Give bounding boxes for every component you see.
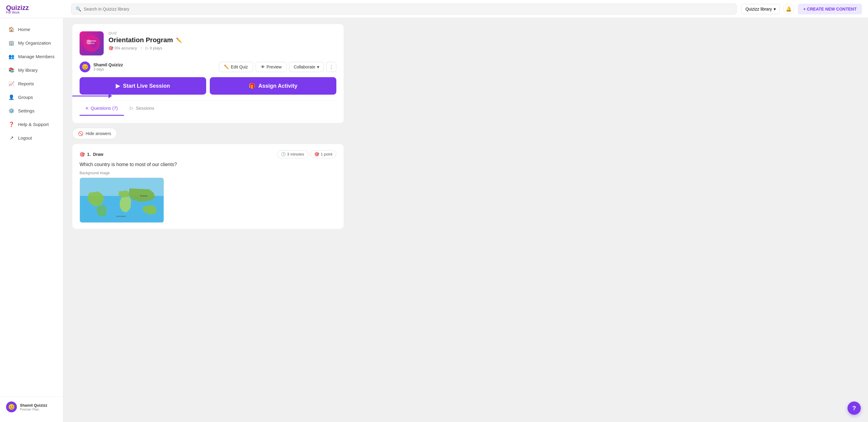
search-input[interactable] xyxy=(84,7,732,11)
action-buttons: ✏️ Edit Quiz 👁 Preview Collaborate ▾ xyxy=(219,62,336,72)
user-avatar: 😊 xyxy=(6,401,17,412)
groups-icon: 👤 xyxy=(8,94,14,100)
author-avatar: 😊 xyxy=(80,61,90,72)
question-type: 🎯 1. Draw xyxy=(80,152,103,157)
svg-rect-4 xyxy=(87,43,95,44)
collaborate-button[interactable]: Collaborate ▾ xyxy=(289,62,324,72)
author-info: 😊 Shamil Quizizz 3 days xyxy=(80,61,123,72)
sidebar-item-groups[interactable]: 👤 Groups xyxy=(2,91,61,104)
tabs-row: ≡ Questions (7) ▷ Sessions xyxy=(80,101,336,116)
sidebar-item-logout[interactable]: ↗ Logout xyxy=(2,131,61,144)
background-image-label: Background image xyxy=(80,171,336,175)
bell-icon: 🔔 xyxy=(786,6,792,12)
quiz-thumbnail xyxy=(80,31,104,56)
settings-icon: ⚙️ xyxy=(8,108,14,114)
question-badges: 🕐 3 minutes 🎯 1 point xyxy=(277,150,336,158)
author-time: 3 days xyxy=(93,67,123,71)
sidebar-label-my-organization: My Organization xyxy=(18,40,51,46)
edit-quiz-button[interactable]: ✏️ Edit Quiz xyxy=(219,62,253,72)
edit-title-button[interactable]: ✏️ xyxy=(176,37,182,43)
sidebar-label-reports: Reports xyxy=(18,81,34,86)
points-icon: 🎯 xyxy=(314,152,319,156)
user-info: Shamil Quizizz Premier Plan xyxy=(20,403,47,411)
sidebar-item-manage-members[interactable]: 👥 Manage Members xyxy=(2,50,61,63)
sidebar-label-my-library: My library xyxy=(18,67,38,73)
app-layout: 🏠 Home 🏢 My Organization 👥 Manage Member… xyxy=(0,18,868,422)
clock-icon: 🕐 xyxy=(281,152,286,156)
points-badge: 🎯 1 point xyxy=(310,150,336,158)
question-type-icon: 🎯 xyxy=(80,152,85,157)
help-bubble[interactable]: ? xyxy=(847,401,861,415)
question-mark-icon: ? xyxy=(852,405,856,412)
notification-bell[interactable]: 🔔 xyxy=(783,4,794,14)
sidebar-item-help[interactable]: ❓ Help & Support xyxy=(2,118,61,131)
quiz-thumbnail-inner xyxy=(80,31,104,56)
svg-rect-3 xyxy=(87,40,96,41)
sessions-tab-icon: ▷ xyxy=(130,105,133,111)
quiz-thumbnail-svg xyxy=(83,34,101,53)
author-name: Shamil Quizizz xyxy=(93,62,123,67)
sidebar-label-manage-members: Manage Members xyxy=(18,54,55,59)
start-live-session-button[interactable]: ▶ Start Live Session xyxy=(80,77,206,95)
user-name: Shamil Quizizz xyxy=(20,403,47,408)
more-icon: ⋮ xyxy=(329,64,334,70)
sidebar-item-reports[interactable]: 📈 Reports xyxy=(2,77,61,90)
sidebar-item-settings[interactable]: ⚙️ Settings xyxy=(2,104,61,117)
sidebar-item-my-organization[interactable]: 🏢 My Organization xyxy=(2,36,61,50)
quiz-title-row: Orientation Program ✏️ xyxy=(108,36,336,44)
accuracy-icon: 🎯 xyxy=(108,46,113,50)
sidebar-label-groups: Groups xyxy=(18,95,33,100)
question-header: 🎯 1. Draw 🕐 3 minutes 🎯 1 point xyxy=(80,150,336,158)
user-avatar-emoji: 😊 xyxy=(8,403,15,410)
sidebar-label-settings: Settings xyxy=(18,108,34,113)
arrow-head xyxy=(108,93,112,98)
reports-icon: 📈 xyxy=(8,81,14,87)
world-map-svg: Russia Greenland xyxy=(80,178,164,223)
question-type-label: Draw xyxy=(93,152,103,157)
header: Quizizz For Work 🔍 Quizizz library ▾ 🔔 +… xyxy=(0,0,868,18)
chevron-down-icon: ▾ xyxy=(317,64,319,69)
author-row: 😊 Shamil Quizizz 3 days ✏️ Edit Quiz xyxy=(80,61,336,72)
preview-button[interactable]: 👁 Preview xyxy=(255,62,287,72)
quiz-accuracy: 🎯 0% accuracy xyxy=(108,46,137,50)
hide-answers-button[interactable]: 🚫 Hide answers xyxy=(72,128,117,139)
more-options-button[interactable]: ⋮ xyxy=(326,62,336,72)
cta-row: ▶ Start Live Session 🎁 Assign Activity xyxy=(80,77,336,95)
map-image: Russia Greenland xyxy=(80,178,164,223)
question-number: 1. xyxy=(87,152,91,157)
assign-activity-button[interactable]: 🎁 Assign Activity xyxy=(210,77,336,95)
quiz-header: QUIZ Orientation Program ✏️ 🎯 0% accurac… xyxy=(80,31,336,56)
sidebar-label-logout: Logout xyxy=(18,135,32,141)
create-content-button[interactable]: + CREATE NEW CONTENT xyxy=(798,4,862,14)
questions-tab-icon: ≡ xyxy=(86,106,88,111)
sidebar-label-home: Home xyxy=(18,27,30,32)
sidebar-item-my-library[interactable]: 📚 My library xyxy=(2,64,61,77)
search-icon: 🔍 xyxy=(76,6,82,12)
sidebar-item-home[interactable]: 🏠 Home xyxy=(2,23,61,36)
quiz-title: Orientation Program xyxy=(108,36,173,44)
quiz-type-label: QUIZ xyxy=(108,31,336,35)
preview-icon: 👁 xyxy=(261,64,265,69)
author-avatar-emoji: 😊 xyxy=(82,64,88,70)
sidebar-label-help: Help & Support xyxy=(18,122,49,127)
tab-questions[interactable]: ≡ Questions (7) xyxy=(80,101,124,116)
library-label: Quizizz library xyxy=(745,7,772,11)
home-icon: 🏠 xyxy=(8,27,14,32)
quiz-stats: 🎯 0% accuracy • ▷ 0 plays xyxy=(108,46,336,50)
quiz-meta: QUIZ Orientation Program ✏️ 🎯 0% accurac… xyxy=(108,31,336,50)
library-icon: 📚 xyxy=(8,67,14,73)
logout-icon: ↗ xyxy=(8,135,14,141)
sidebar: 🏠 Home 🏢 My Organization 👥 Manage Member… xyxy=(0,18,63,422)
quiz-card: QUIZ Orientation Program ✏️ 🎯 0% accurac… xyxy=(72,24,344,123)
search-bar[interactable]: 🔍 xyxy=(71,4,737,14)
main-content: QUIZ Orientation Program ✏️ 🎯 0% accurac… xyxy=(63,18,868,422)
library-selector[interactable]: Quizizz library ▾ xyxy=(741,4,780,14)
arrow-line xyxy=(72,95,108,96)
tab-sessions[interactable]: ▷ Sessions xyxy=(124,101,160,116)
question-text: Which country is home to most of our cli… xyxy=(80,162,336,167)
sidebar-user-footer: 😊 Shamil Quizizz Premier Plan xyxy=(0,396,63,417)
quiz-plays: ▷ 0 plays xyxy=(146,46,162,50)
plays-icon: ▷ xyxy=(146,46,149,50)
question-card: 🎯 1. Draw 🕐 3 minutes 🎯 1 point xyxy=(72,144,344,229)
logo: Quizizz For Work xyxy=(6,4,66,14)
